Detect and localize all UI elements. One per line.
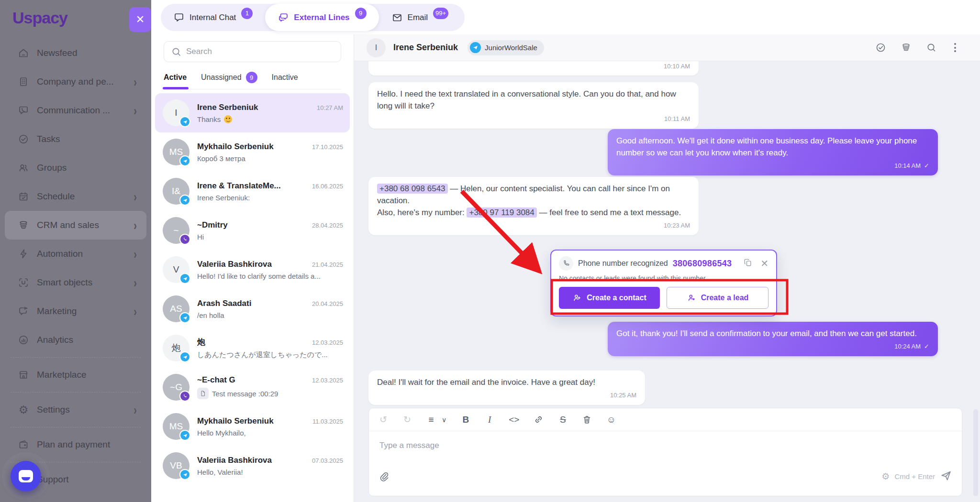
sent-check-icon: ✓ (924, 160, 929, 172)
message-time: 10:24 AM (894, 340, 921, 352)
recognized-phone-number[interactable]: +380 68 098 6543 (377, 184, 448, 194)
send-icon[interactable] (940, 469, 952, 483)
sidebar-nav: Newsfeed Company and pe...› Communicatio… (0, 39, 151, 494)
tab-internal-chat[interactable]: Internal Chat 1 (161, 4, 265, 31)
sidebar-item-company-and-people[interactable]: Company and pe...› (5, 67, 146, 96)
chat-list-item[interactable]: VB Valeriia Bashkirova 07.03.2025 Hello,… (155, 446, 350, 485)
chat-preview: /en holla (197, 311, 343, 319)
create-lead-button[interactable]: Create a lead (667, 287, 768, 309)
more-menu-icon[interactable] (951, 42, 959, 53)
chat-name: Valeriia Bashkirova (197, 260, 307, 269)
search-icon[interactable] (926, 42, 937, 53)
emoji-icon[interactable]: ☺ (606, 415, 616, 425)
wallet-icon (18, 439, 29, 450)
chat-list-item[interactable]: ~ ~Dmitry 28.04.2025 Hi (155, 211, 350, 250)
phone-recognized-popup: Phone number recognized 380680986543 ✕ N… (550, 250, 777, 316)
message-time: 10:10 AM (664, 61, 690, 72)
dual-chat-bubbles-icon (278, 12, 289, 23)
chat-time: 12.03.2025 (312, 339, 343, 346)
chat-list-panel: Active Unassigned9 Inactive I Irene Serb… (151, 34, 354, 502)
messages-area[interactable]: 10:10 AM Hello. I need the text translat… (354, 61, 980, 408)
sidebar-item-plan-and-payment[interactable]: Plan and payment (5, 430, 146, 459)
sidebar-item-crm-and-sales[interactable]: CRM and sales› (5, 211, 146, 240)
sidebar-item-newsfeed[interactable]: Newsfeed (5, 39, 146, 67)
chat-name: ~E-chat G (197, 375, 307, 385)
italic-icon[interactable]: I (485, 415, 494, 425)
sidebar-item-tasks[interactable]: Tasks (5, 125, 146, 153)
message-outgoing: Got it, thank you! I'll send a confirmat… (608, 322, 938, 356)
chat-list-item[interactable]: MS Mykhailo Serbeniuk 17.10.2025 Короб 3… (155, 132, 350, 172)
chat-preview: Hello, Valeriia! (197, 468, 343, 476)
tab-inactive[interactable]: Inactive (272, 73, 298, 82)
chevron-down-icon[interactable]: ∨ (442, 416, 446, 424)
send-settings-icon[interactable]: ⚙ (881, 471, 890, 482)
message-text: Deal! I'll wait for the email and the in… (377, 378, 595, 387)
mark-read-icon[interactable] (875, 42, 886, 53)
chat-time: 16.06.2025 (312, 183, 343, 190)
avatar: AS (163, 295, 189, 322)
scan-u-icon (18, 277, 29, 288)
attach-file-icon[interactable] (379, 471, 390, 482)
avatar: ~G (163, 374, 189, 401)
calendar-icon (18, 191, 29, 202)
chat-name: Mykhailo Serbeniuk (197, 142, 307, 152)
sidebar-item-smart-objects[interactable]: Smart objects› (5, 268, 146, 297)
strikethrough-icon[interactable]: S (558, 415, 568, 425)
recognized-phone-number[interactable]: +380 97 119 3084 (467, 207, 536, 218)
chat-list-item[interactable]: AS Arash Saadati 20.04.2025 /en holla (155, 289, 350, 328)
message-incoming: +380 68 098 6543 — Helen, our content sp… (368, 177, 699, 235)
chat-bubble-icon (173, 12, 184, 23)
chat-list: I Irene Serbeniuk 10:27 AM Thanks (151, 93, 354, 485)
chevron-right-icon: › (134, 218, 137, 233)
building-icon (18, 76, 29, 87)
sidebar-item-groups[interactable]: Groups (5, 153, 146, 182)
close-messenger-button[interactable]: ✕ (129, 7, 151, 32)
search-input[interactable] (186, 47, 334, 56)
chat-list-item[interactable]: I Irene Serbeniuk 10:27 AM Thanks (155, 93, 350, 132)
tab-external-lines[interactable]: External Lines 9 (265, 4, 379, 31)
message-input[interactable]: Type a message (369, 431, 962, 469)
support-chat-fab[interactable] (11, 461, 41, 491)
sidebar-item-settings[interactable]: ⚙ Settings› (5, 395, 146, 424)
sidebar-item-marketing[interactable]: Marketing› (5, 297, 146, 326)
envelope-icon (391, 12, 402, 23)
telegram-badge-icon (179, 273, 190, 284)
scrollbar-thumb[interactable] (973, 409, 978, 496)
copy-icon[interactable] (743, 258, 753, 269)
link-icon[interactable] (534, 415, 544, 425)
chevron-right-icon: › (134, 74, 137, 89)
sidebar-item-communication[interactable]: Communication ...› (5, 96, 146, 125)
sidebar-item-marketplace[interactable]: Marketplace (5, 360, 146, 389)
lightning-icon (18, 248, 29, 260)
search-box[interactable] (164, 41, 341, 62)
chat-list-item[interactable]: V Valeriia Bashkirova 21.04.2025 Hello! … (155, 250, 350, 289)
code-icon[interactable]: <> (509, 415, 519, 425)
sidebar-item-automation[interactable]: Automation› (5, 240, 146, 268)
close-icon[interactable]: ✕ (760, 259, 768, 268)
chat-list-item[interactable]: 炮 炮 12.03.2025 しあんたつさんが退室しちゃったので... (155, 328, 350, 368)
align-icon[interactable]: ≡ (426, 415, 436, 425)
redo-icon[interactable]: ↻ (402, 414, 412, 425)
sidebar-item-schedule[interactable]: Schedule› (5, 182, 146, 211)
tab-unassigned[interactable]: Unassigned9 (201, 72, 257, 83)
create-contact-button[interactable]: Create a contact (559, 287, 660, 309)
chat-preview: Короб 3 метра (197, 154, 343, 163)
tab-active[interactable]: Active (164, 73, 187, 82)
undo-icon[interactable]: ↺ (379, 414, 388, 425)
message-incoming: Deal! I'll wait for the email and the in… (368, 371, 645, 405)
sidebar-item-analytics[interactable]: Analytics (5, 326, 146, 354)
uspacy-logo[interactable]: Uspacy (0, 0, 151, 32)
tab-email[interactable]: Email 99+ (379, 4, 461, 31)
chat-list-item[interactable]: ~G ~E-chat G 12.03.2025 Test message :00… (155, 368, 350, 407)
trash-icon[interactable] (582, 415, 592, 425)
bold-icon[interactable]: B (461, 415, 470, 425)
avatar: I (367, 38, 386, 57)
chat-list-item[interactable]: MS Mykhailo Serbeniuk 11.03.2025 Hello M… (155, 407, 350, 446)
chat-preview: しあんたつさんが退室しちゃったので... (197, 350, 343, 360)
message-text: Good afternoon. We'll get it done within… (616, 136, 917, 157)
channel-chip[interactable]: JuniorWorldSale (468, 40, 544, 55)
chat-preview: Hi (197, 233, 343, 241)
funnel-icon[interactable] (901, 42, 912, 53)
smiling-emoji-icon (224, 115, 232, 123)
chat-list-item[interactable]: I& Irene & TranslateMe... 16.06.2025 Ire… (155, 172, 350, 211)
